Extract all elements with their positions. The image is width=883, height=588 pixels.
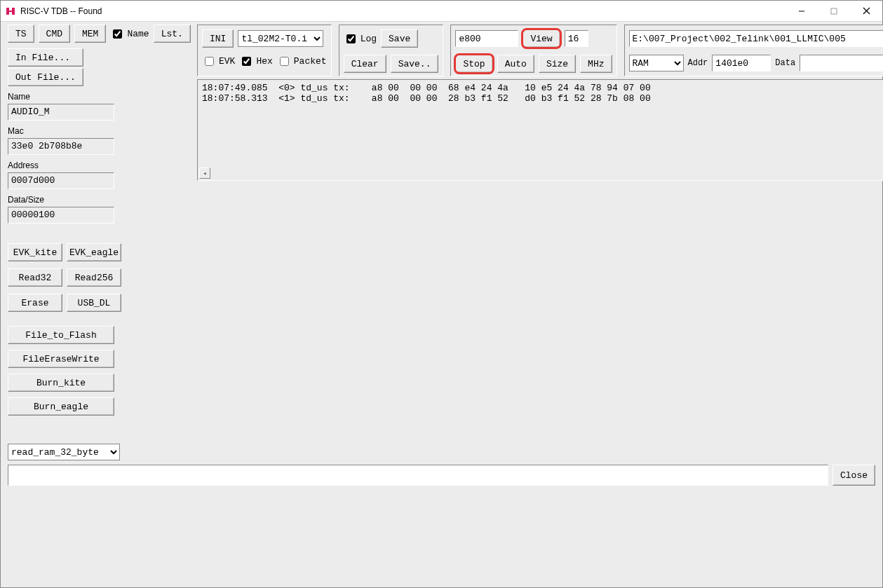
burn-eagle-button[interactable]: Burn_eagle — [8, 397, 114, 416]
addr-input[interactable] — [712, 55, 771, 71]
command-input[interactable] — [8, 465, 828, 486]
auto-button[interactable]: Auto — [497, 55, 534, 73]
log-content: 18:07:49.085 <0> td_us tx: a8 00 00 00 6… — [202, 83, 651, 104]
datasize-value: 00000100 — [8, 207, 114, 224]
file-erase-write-button[interactable]: FileEraseWrite — [8, 350, 114, 368]
stop-button[interactable]: Stop — [455, 55, 492, 73]
cmd-button[interactable]: CMD — [39, 25, 70, 43]
evk-checkbox-input[interactable] — [205, 57, 214, 66]
mac-value: 33e0 2b708b8e — [8, 138, 114, 155]
name-checkbox-label: Name — [127, 29, 149, 39]
log-textarea[interactable]: 18:07:49.085 <0> td_us tx: a8 00 00 00 6… — [197, 79, 883, 181]
size-button[interactable]: Size — [539, 55, 576, 73]
packet-checkbox-input[interactable] — [280, 57, 289, 66]
name-checkbox[interactable]: Name — [110, 27, 149, 41]
evk-kite-button[interactable]: EVK_kite — [8, 243, 62, 261]
evk-eagle-button[interactable]: EVK_eagle — [67, 243, 121, 261]
data-label: Data — [775, 58, 795, 68]
hex-checkbox[interactable]: Hex — [239, 55, 272, 68]
usb-dl-button[interactable]: USB_DL — [67, 294, 121, 312]
burn-kite-button[interactable]: Burn_kite — [8, 374, 114, 392]
file-to-flash-button[interactable]: File_to_Flash — [8, 326, 114, 344]
name-value: AUDIO_M — [8, 104, 114, 121]
data-input[interactable] — [800, 55, 883, 71]
read256-button[interactable]: Read256 — [67, 268, 121, 287]
log-checkbox[interactable]: Log — [344, 32, 377, 46]
clear-button[interactable]: Clear — [344, 55, 386, 73]
mem-type-select[interactable]: RAM — [629, 55, 684, 71]
evk-checkbox-label: EVK — [219, 56, 235, 67]
packet-checkbox[interactable]: Packet — [277, 55, 327, 68]
erase-button[interactable]: Erase — [8, 294, 62, 312]
svg-rect-2 — [6, 11, 15, 12]
lst-button[interactable]: Lst. — [154, 25, 191, 43]
in-file-button[interactable]: In File... — [8, 48, 83, 67]
name-checkbox-input[interactable] — [113, 29, 122, 39]
ini-button[interactable]: INI — [202, 29, 234, 48]
datasize-label: Data/Size — [8, 195, 190, 205]
svg-rect-4 — [831, 8, 837, 14]
save-as-button[interactable]: Save.. — [391, 55, 439, 73]
evk-checkbox[interactable]: EVK — [202, 55, 235, 68]
name-label: Name — [8, 92, 190, 102]
view-addr-input[interactable] — [455, 30, 518, 47]
view-button[interactable]: View — [523, 29, 560, 48]
read32-button[interactable]: Read32 — [8, 268, 62, 287]
address-value: 0007d000 — [8, 172, 114, 189]
window-title: RISC-V TDB -- Found — [20, 6, 786, 16]
address-label: Address — [8, 160, 190, 170]
titlebar: RISC-V TDB -- Found — [1, 1, 882, 22]
mac-label: Mac — [8, 126, 190, 136]
save-button[interactable]: Save — [381, 29, 418, 48]
hex-checkbox-label: Hex — [256, 56, 272, 67]
close-window-button[interactable] — [850, 1, 882, 21]
log-checkbox-label: Log — [360, 34, 377, 44]
mhz-button[interactable]: MHz — [580, 55, 612, 73]
log-checkbox-input[interactable] — [346, 34, 356, 43]
ini-file-select[interactable]: tl_02M2-T0.i — [238, 30, 323, 47]
ts-button[interactable]: TS — [8, 25, 34, 43]
app-icon — [5, 6, 16, 17]
scroll-left-icon[interactable]: ◂ — [199, 167, 210, 179]
addr-label: Addr — [688, 58, 708, 68]
view-count-input[interactable] — [565, 30, 588, 47]
close-button[interactable]: Close — [833, 465, 875, 486]
path-input[interactable] — [629, 30, 883, 47]
maximize-button[interactable] — [818, 1, 850, 21]
mem-button[interactable]: MEM — [74, 25, 106, 43]
out-file-button[interactable]: Out File... — [8, 68, 83, 86]
packet-checkbox-label: Packet — [294, 56, 327, 67]
minimize-button[interactable] — [786, 1, 818, 21]
hex-checkbox-input[interactable] — [242, 57, 251, 66]
read-ram-select[interactable]: read_ram_32_byte — [8, 444, 120, 460]
